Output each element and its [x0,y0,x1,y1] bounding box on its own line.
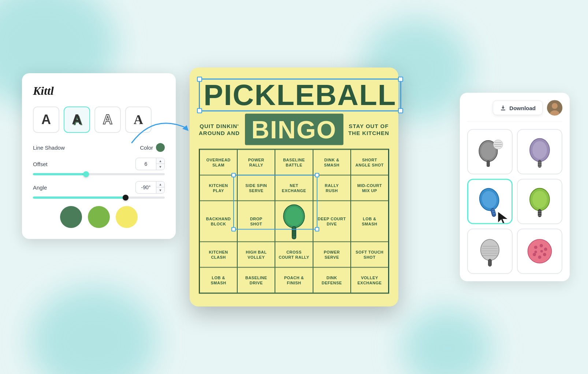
svg-point-50 [538,255,542,259]
svg-rect-3 [292,227,296,239]
angle-down-btn[interactable]: ▼ [156,187,164,193]
text-style-plain-btn[interactable]: A [33,106,59,133]
sticker-paddle-green-svg [523,185,556,218]
offset-value: 6 [136,159,156,169]
svg-point-51 [533,253,536,256]
bingo-cell-3-4[interactable]: DEEP COURTDIVE [313,201,351,242]
bingo-cell-1-1[interactable]: OVERHEADSLAM [200,150,237,175]
bingo-cell-1-2[interactable]: POWERRALLY [237,150,275,175]
sticker-ball-pink-svg [523,235,556,268]
offset-up-btn[interactable]: ▲ [156,158,164,164]
bingo-word: BINGO [245,114,343,145]
bingo-cell-2-4[interactable]: RALLYRUSH [313,175,351,201]
offset-section: Offset 6 ▲ ▼ [33,158,165,175]
offset-slider-container[interactable] [33,173,165,175]
center-paddle-svg [278,201,310,242]
text-style-shadow-btn[interactable]: A [64,106,90,133]
svg-point-2 [286,207,303,226]
angle-arrows: ▲ ▼ [156,182,164,193]
bingo-card: PICKLEBALL QUIT DINKIN'AROUND AND BINGO … [190,68,398,307]
angle-label: Angle [33,184,47,191]
right-tagline: STAY OUT OFTHE KITCHEN [348,122,389,136]
svg-rect-44 [488,259,492,266]
svg-point-38 [481,239,499,261]
sticker-paddle-gray-svg [473,235,506,268]
offset-label-row: Offset 6 ▲ ▼ [33,158,165,170]
svg-point-45 [528,239,552,263]
bingo-cell-4-2[interactable]: HIGH BALVOLLEY [237,242,275,268]
angle-slider-container[interactable] [33,197,165,199]
bingo-cell-5-5[interactable]: VOLLEYEXCHANGE [351,268,388,293]
main-container: Kittl A A A A Line Shadow Color Offset [0,0,588,374]
bingo-cell-5-3[interactable]: POACH &FINISH [275,268,313,293]
swatch-yellow[interactable] [116,206,138,228]
bg-blob-bl [29,286,157,374]
angle-slider-track[interactable] [33,197,165,199]
bingo-cell-4-5[interactable]: SOFT TOUCHSHOT [351,242,388,268]
bingo-cell-5-2[interactable]: BASELINEDRIVE [237,268,275,293]
avatar-image [547,100,562,116]
swatch-dark-green[interactable] [60,206,82,228]
offset-down-btn[interactable]: ▼ [156,164,164,170]
svg-point-53 [540,250,543,253]
bingo-cell-1-4[interactable]: DINK &SMASH [313,150,351,175]
sticker-grid [467,129,562,274]
bingo-cell-5-1[interactable]: LOB &SMASH [200,268,237,293]
bg-blob-br [401,308,493,374]
sticker-paddle-purple-svg [523,135,556,168]
handle-bl[interactable] [197,108,202,113]
bingo-cell-3-5[interactable]: LOB &SMASH [351,201,388,242]
download-label: Download [509,105,536,111]
bingo-cell-4-1[interactable]: KITCHENCLASH [200,242,237,268]
download-button[interactable]: Download [493,101,543,115]
right-panel-header: Download [467,100,562,122]
bingo-cell-2-3[interactable]: NETEXCHANGE [275,175,313,201]
controls-section: Line Shadow Color Offset 6 ▲ ▼ [33,143,165,199]
bingo-cell-center[interactable] [275,201,313,242]
offset-label: Offset [33,161,48,167]
color-swatches [33,206,165,228]
sticker-paddle-blue[interactable] [467,179,513,224]
cursor-arrow-svg [496,210,510,224]
bingo-cell-2-2[interactable]: SIDE SPINSERVE [237,175,275,201]
pickleball-title-text: PICKLEBALL [200,80,400,111]
handle-tl[interactable] [197,77,202,82]
svg-rect-14 [487,160,490,167]
angle-up-btn[interactable]: ▲ [156,182,164,187]
svg-rect-8 [501,110,505,111]
bingo-cell-2-5[interactable]: MID-COURTMIX UP [351,175,388,201]
sticker-paddle-green[interactable] [517,179,562,224]
bingo-cell-2-1[interactable]: KITCHENPLAY [200,175,237,201]
sticker-paddle-purple[interactable] [517,129,562,175]
offset-slider-thumb[interactable] [83,171,89,177]
angle-slider-thumb[interactable] [123,195,129,201]
angle-input[interactable]: -90° ▲ ▼ [135,181,165,194]
sticker-ball-pink[interactable] [517,229,562,274]
bingo-text-row: QUIT DINKIN'AROUND AND BINGO STAY OUT OF… [199,114,389,145]
arrow-indicator [124,106,198,150]
angle-section: Angle -90° ▲ ▼ [33,181,165,199]
left-tagline: QUIT DINKIN'AROUND AND [199,122,240,136]
bingo-cell-1-5[interactable]: SHORTANGLE SHOT [351,150,388,175]
svg-point-10 [552,103,558,109]
handle-tr[interactable] [398,77,403,82]
swatch-light-green[interactable] [88,206,110,228]
handle-br[interactable] [398,108,403,113]
offset-slider-track[interactable] [33,173,165,175]
user-avatar[interactable] [547,100,562,116]
bingo-cell-4-3[interactable]: CROSSCOURT RALLY [275,242,313,268]
svg-point-52 [535,251,537,253]
pickleball-title-box: PICKLEBALL [199,79,401,112]
bingo-cell-5-4[interactable]: DINKDEFENSE [313,268,351,293]
bingo-cell-1-3[interactable]: BASELINEBATTLE [275,150,313,175]
sticker-paddle-gray[interactable] [467,229,513,274]
bingo-cell-3-1[interactable]: BACKHANDBLOCK [200,201,237,242]
bingo-cell-4-4[interactable]: POWERSERVE [313,242,351,268]
offset-input[interactable]: 6 ▲ ▼ [135,158,165,170]
sticker-paddle-ball[interactable] [467,129,513,175]
svg-point-46 [534,246,537,249]
angle-value: -90° [136,182,156,192]
text-style-outline-btn[interactable]: A [94,106,121,133]
bingo-cell-3-2[interactable]: DROPSHOT [237,201,275,242]
bingo-title-section: PICKLEBALL [199,79,389,112]
